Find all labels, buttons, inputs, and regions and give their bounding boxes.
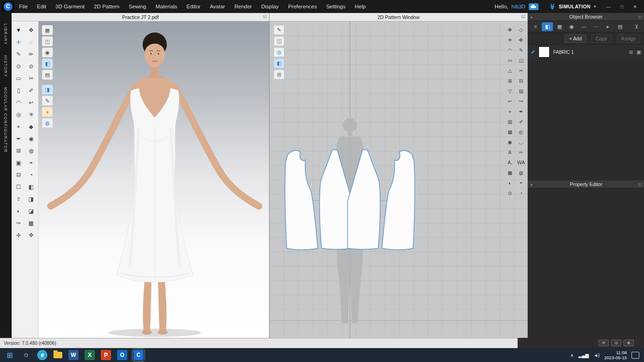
- placement-icon[interactable]: ▸: [602, 22, 613, 31]
- close-button[interactable]: ✕: [630, 4, 640, 9]
- select-lasso-icon[interactable]: ◌: [25, 36, 37, 48]
- fabric-settings-icon[interactable]: ▣: [637, 49, 641, 55]
- volume-icon[interactable]: ◄): [593, 353, 599, 358]
- fabric-item-1[interactable]: ✔ FABRIC 1 ⊞ ▣: [528, 45, 644, 59]
- grading-icon[interactable]: ▦: [505, 127, 515, 136]
- minimize-button[interactable]: —: [603, 4, 614, 9]
- pen-2d-icon[interactable]: ✎: [274, 25, 284, 35]
- select-mesh-icon[interactable]: ✛: [13, 36, 25, 48]
- floor-grid-icon[interactable]: ▦: [42, 25, 53, 35]
- menu-preferences[interactable]: Preferences: [283, 4, 322, 9]
- simulate-icon[interactable]: ▼: [13, 24, 25, 36]
- cross-tool-icon[interactable]: ✢: [13, 229, 25, 241]
- simulation-mode-label[interactable]: SIMULATION: [559, 4, 591, 9]
- mirror-pattern-icon[interactable]: ◫: [516, 56, 526, 65]
- expand-icon[interactable]: ◱: [263, 14, 267, 19]
- layer-icon[interactable]: ▤: [614, 22, 625, 31]
- pattern-piece-back-right[interactable]: [382, 150, 414, 250]
- menu-3d-garment[interactable]: 3D Garment: [51, 4, 89, 9]
- fabric-swatch[interactable]: [539, 46, 550, 58]
- plus-tool-icon[interactable]: ✜: [25, 229, 37, 241]
- show-internal-lines-icon[interactable]: ▤: [42, 70, 53, 80]
- seam-allowance-icon[interactable]: ⊞: [505, 76, 515, 85]
- curve-edit-icon[interactable]: ◠: [13, 97, 25, 108]
- check-icon[interactable]: ✔: [531, 49, 535, 55]
- measure-2d-icon[interactable]: ◉: [505, 137, 515, 147]
- word-icon[interactable]: W: [68, 350, 79, 360]
- start-button[interactable]: ⊞: [5, 350, 15, 360]
- button-browser-icon[interactable]: ◉: [566, 22, 577, 31]
- viewport-3d[interactable]: ▦◫◉◧▤◨✎●◍: [39, 21, 269, 338]
- knife-icon[interactable]: ✐: [25, 84, 37, 96]
- tack-icon[interactable]: ⊙: [505, 188, 515, 198]
- unfold-icon[interactable]: ↪: [516, 97, 526, 106]
- trace-icon[interactable]: △: [505, 66, 515, 75]
- steam-2d-icon[interactable]: ◎: [516, 127, 526, 136]
- gizmo-snap-icon[interactable]: ◫: [42, 36, 53, 46]
- pen-3d-icon[interactable]: ✎: [13, 48, 25, 60]
- add-button[interactable]: + Add: [565, 34, 586, 43]
- grid-tool-icon[interactable]: ▩: [25, 217, 37, 229]
- menu-sewing[interactable]: Sewing: [124, 4, 151, 9]
- zipper-icon[interactable]: ✒: [13, 133, 25, 144]
- layout-three-icon[interactable]: ▦: [624, 340, 634, 346]
- menu-help[interactable]: Help: [350, 4, 370, 9]
- menu-editor[interactable]: Editor: [182, 4, 205, 9]
- magnet-icon[interactable]: ◎: [274, 47, 284, 57]
- cube-dark-icon[interactable]: ◪: [25, 205, 37, 217]
- brush-icon[interactable]: ✏: [25, 48, 37, 60]
- expand-icon[interactable]: ◱: [521, 14, 526, 19]
- angle-icon[interactable]: ◡: [516, 137, 526, 147]
- texture-surface-icon[interactable]: ◨: [42, 84, 53, 95]
- powerpoint-icon[interactable]: P: [101, 350, 111, 360]
- maximize-button[interactable]: □: [618, 4, 627, 9]
- cloud-sync-icon[interactable]: [529, 3, 539, 10]
- pattern-2d-titlebar[interactable]: 2D Pattern Window ◱: [269, 13, 527, 21]
- pattern-outline-icon[interactable]: ◇: [516, 25, 526, 34]
- show-pattern-icon[interactable]: ◧: [274, 58, 284, 68]
- notch-icon[interactable]: ⊟: [516, 76, 526, 85]
- menu-avatar[interactable]: Avatar: [205, 4, 230, 9]
- property-editor-header[interactable]: ◆ Property Editor ◱: [528, 181, 644, 188]
- shrink-icon[interactable]: ✳: [25, 109, 37, 120]
- fabric-tab-icon[interactable]: ◧: [542, 22, 553, 31]
- bonding-icon[interactable]: ◓: [516, 178, 526, 187]
- cube-icon[interactable]: ◧: [25, 181, 37, 193]
- menu-edit[interactable]: Edit: [33, 4, 51, 9]
- layout-one-icon[interactable]: ▤: [598, 340, 609, 346]
- remove-pin-icon[interactable]: ⊘: [25, 60, 37, 72]
- measure-tape-icon[interactable]: ⌖: [13, 121, 25, 132]
- network-icon[interactable]: ▂▄▆: [578, 353, 589, 358]
- arrow-up-icon[interactable]: ⇧: [13, 193, 25, 205]
- show-garment-icon[interactable]: ◧: [42, 58, 53, 69]
- camera-icon[interactable]: ◉: [42, 47, 53, 58]
- edit-curve-icon[interactable]: ◠: [505, 45, 515, 55]
- username-link[interactable]: hib3D: [512, 4, 526, 9]
- texture-grid-icon[interactable]: ▩: [505, 168, 515, 177]
- clo-taskbar-icon[interactable]: C: [133, 350, 144, 360]
- add-point-icon[interactable]: ✜: [516, 35, 526, 45]
- garment-3d-titlebar[interactable]: Practice JT 2.pdf ◱: [12, 13, 269, 21]
- add-pattern-icon[interactable]: ▭: [505, 56, 515, 65]
- pen-display-icon[interactable]: ✎: [42, 96, 53, 106]
- puckering-browser-icon[interactable]: ⋯: [590, 22, 601, 31]
- tray-icon[interactable]: ⊞: [13, 145, 25, 156]
- search-button[interactable]: ○: [21, 350, 31, 360]
- outlook-icon[interactable]: O: [117, 350, 127, 360]
- fold-arrangement-icon[interactable]: ↩: [25, 97, 37, 108]
- pin-icon[interactable]: ⊙: [13, 60, 25, 72]
- dart-icon[interactable]: ▽: [505, 86, 515, 96]
- text-tool-icon[interactable]: A: [505, 148, 515, 157]
- graphic-icon[interactable]: ▦: [554, 22, 565, 31]
- mn-sew-icon[interactable]: ▥: [505, 117, 515, 126]
- tape-edit-icon[interactable]: ✑: [13, 217, 25, 229]
- pattern-piece-back-left[interactable]: [285, 150, 318, 250]
- baseline-text-icon[interactable]: A,: [505, 158, 515, 167]
- sewing-tool-icon[interactable]: ▯: [13, 84, 25, 96]
- glove-icon[interactable]: ☐: [13, 181, 25, 193]
- fold-icon[interactable]: ↩: [505, 97, 515, 106]
- viewport-2d[interactable]: ✎◫◎◧▦ ✥◇✛✜◠✎▭◫△✂⊞⊟▽▤↩↪⌖✒▥✐▦◎◉◡A✑A,WA▩◍◐◓…: [269, 21, 527, 338]
- window-select-icon[interactable]: ▭: [13, 72, 25, 84]
- avatar-pair-icon[interactable]: ⊟: [13, 169, 25, 181]
- tab-modular-configurator[interactable]: MODULAR CONFIGURATOR: [3, 82, 8, 158]
